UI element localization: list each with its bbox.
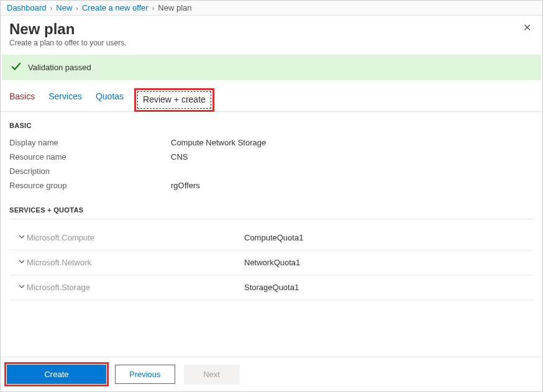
label-display-name: Display name: [9, 138, 171, 147]
close-button[interactable]: ✕: [521, 21, 534, 35]
quota-row: Microsoft.Compute ComputeQuota1: [9, 226, 534, 250]
label-description: Description: [9, 166, 171, 176]
label-resource-name: Resource name: [9, 152, 171, 162]
value-resource-name: CNS: [171, 152, 188, 162]
value-display-name: Compute Network Storage: [171, 138, 266, 147]
breadcrumb-link-create-offer[interactable]: Create a new offer: [82, 3, 148, 12]
breadcrumb-link-new[interactable]: New: [56, 3, 72, 12]
tab-review-create[interactable]: Review + create: [137, 91, 211, 109]
chevron-right-icon: ›: [50, 4, 53, 12]
chevron-right-icon: ›: [76, 4, 78, 12]
tab-services[interactable]: Services: [48, 91, 82, 111]
footer: Create Previous Next: [1, 357, 542, 391]
tab-quotas[interactable]: Quotas: [96, 91, 124, 111]
page-title: New plan: [9, 21, 127, 39]
service-name: Microsoft.Storage: [27, 283, 244, 292]
check-icon: [11, 61, 22, 74]
chevron-right-icon: ›: [152, 4, 155, 12]
tab-basics[interactable]: Basics: [9, 91, 35, 111]
quota-name: NetworkQuota1: [244, 258, 300, 267]
chevron-down-icon: [18, 233, 25, 242]
breadcrumb-current: New plan: [158, 3, 191, 12]
service-name: Microsoft.Compute: [27, 233, 244, 242]
expand-toggle[interactable]: [9, 258, 27, 267]
label-resource-group: Resource group: [9, 181, 171, 190]
close-icon: ✕: [523, 22, 531, 33]
quota-row: Microsoft.Storage StorageQuota1: [9, 275, 534, 300]
chevron-down-icon: [18, 283, 25, 292]
service-name: Microsoft.Network: [27, 258, 244, 267]
breadcrumb-link-dashboard[interactable]: Dashboard: [7, 3, 47, 12]
chevron-down-icon: [18, 258, 25, 267]
validation-message: Validation passed: [28, 63, 91, 72]
quota-name: StorageQuota1: [244, 283, 299, 292]
quota-name: ComputeQuota1: [244, 233, 303, 242]
validation-banner: Validation passed: [2, 55, 541, 80]
breadcrumb: Dashboard › New › Create a new offer › N…: [1, 1, 542, 16]
services-quotas-list: Microsoft.Compute ComputeQuota1 Microsof…: [9, 226, 534, 300]
section-heading-basic: BASIC: [9, 122, 534, 129]
expand-toggle[interactable]: [9, 283, 27, 292]
quota-row: Microsoft.Network NetworkQuota1: [9, 250, 534, 275]
section-heading-services-quotas: SERVICES + QUOTAS: [9, 206, 534, 219]
page-subtitle: Create a plan to offer to your users.: [9, 39, 127, 47]
tabs: Basics Services Quotas Review + create: [1, 80, 542, 112]
previous-button[interactable]: Previous: [115, 365, 175, 384]
next-button: Next: [184, 365, 240, 384]
review-content: BASIC Display name Compute Network Stora…: [1, 112, 542, 357]
expand-toggle[interactable]: [9, 233, 27, 242]
value-resource-group: rgOffers: [171, 181, 200, 190]
create-button[interactable]: Create: [7, 365, 106, 384]
